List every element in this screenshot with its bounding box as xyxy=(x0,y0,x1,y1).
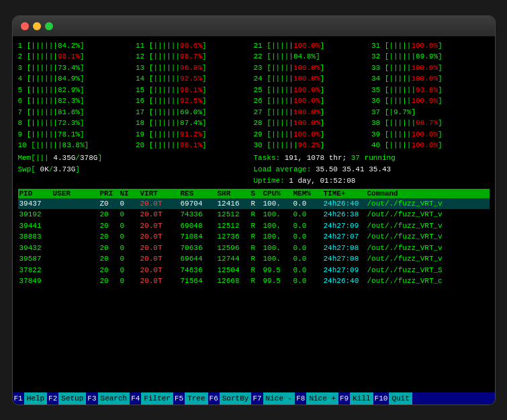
table-row[interactable]: 39441 20 0 20.0T 69048 12512 R 100. 0.0 … xyxy=(18,220,490,232)
col-res: 71084 xyxy=(181,231,218,243)
mem-line: Mem[||| 4.35G/378G] xyxy=(18,153,254,164)
terminal-window: 1 [||||||84.2%]11 [||||||90.6%]21 [|||||… xyxy=(12,15,496,405)
cpu-item: 29 [|||||100.0%] xyxy=(254,129,372,140)
statusbar-item[interactable]: F9Kill xyxy=(338,392,373,405)
col-pid: 39432 xyxy=(19,243,53,254)
minimize-button[interactable] xyxy=(33,22,41,30)
statusbar: F1HelpF2SetupF3SearchF4FilterF5TreeF6Sor… xyxy=(13,392,495,405)
col-shr: 12744 xyxy=(218,253,251,265)
col-user xyxy=(53,276,100,287)
statusbar-item[interactable]: F10Quit xyxy=(373,392,412,405)
col-time: 24h26:40 xyxy=(324,276,367,287)
stats-section: Tasks: 191, 1078 thr; 37 running Load av… xyxy=(254,153,490,187)
col-shr: 12668 xyxy=(218,276,251,287)
sb-val: Tree xyxy=(185,392,208,405)
col-ni: 0 xyxy=(120,253,140,265)
col-mem: 0.0 xyxy=(293,265,324,276)
col-s: R xyxy=(251,276,263,287)
col-s: R xyxy=(251,198,263,210)
col-cpu: 100. xyxy=(263,253,293,265)
cpu-item: 3 [||||||73.4%] xyxy=(18,62,136,74)
titlebar xyxy=(13,16,495,36)
col-ni: 0 xyxy=(120,209,140,220)
col-mem: 0.0 xyxy=(293,209,324,220)
cpu-item: 22 [|||||84.8%] xyxy=(254,51,372,62)
maximize-button[interactable] xyxy=(45,22,53,30)
cpu-item: 21 [|||||100.0%] xyxy=(254,40,372,52)
col-header-s: S xyxy=(251,190,263,198)
statusbar-item[interactable]: F1Help xyxy=(13,392,48,405)
statusbar-item[interactable]: F6SortBy xyxy=(208,392,252,405)
col-virt: 20.0T xyxy=(140,243,181,254)
sb-key: F5 xyxy=(173,394,185,403)
close-button[interactable] xyxy=(21,22,29,30)
col-cpu: 99.5 xyxy=(263,276,293,287)
cpu-item: 16 [||||||92.5%] xyxy=(136,95,254,107)
sb-val: Search xyxy=(98,392,130,405)
col-mem: 0.0 xyxy=(293,231,324,243)
mem-label: Mem xyxy=(18,154,32,162)
statusbar-item[interactable]: F7Nice - xyxy=(251,392,295,405)
statusbar-item[interactable]: F2Setup xyxy=(47,392,86,405)
col-pid: 39437 xyxy=(19,198,53,210)
cpu-item: 39 [|||||100.0%] xyxy=(371,129,490,140)
col-cpu: 100. xyxy=(263,220,293,232)
col-cmd: /out/./fuzz_VRT_v xyxy=(367,243,488,254)
tasks-line: Tasks: 191, 1078 thr; 37 running xyxy=(254,153,490,164)
col-header-mem: MEM% xyxy=(293,190,324,198)
col-shr: 12596 xyxy=(218,243,251,254)
traffic-lights xyxy=(21,22,53,30)
col-pri: 20 xyxy=(100,243,120,254)
table-row[interactable]: 37822 20 0 20.0T 74636 12504 R 99.5 0.0 … xyxy=(18,265,490,276)
col-s: R xyxy=(251,220,263,232)
cpu-item: 19 [||||||91.2%] xyxy=(136,129,254,140)
cpu-item: 37 [|9.7%] xyxy=(371,107,490,118)
cpu-item: 36 [|||||100.0%] xyxy=(371,95,490,107)
statusbar-item[interactable]: F8Nice + xyxy=(295,392,338,405)
table-row[interactable]: 39437 Z0 0 20.0T 69704 12416 R 100. 0.0 … xyxy=(18,198,490,210)
statusbar-item[interactable]: F3Search xyxy=(86,392,130,405)
statusbar-item[interactable]: F5Tree xyxy=(173,392,208,405)
sb-val: SortBy xyxy=(220,392,252,405)
col-ni: 0 xyxy=(120,276,140,287)
table-row[interactable]: 37849 20 0 20.0T 71564 12668 R 99.5 0.0 … xyxy=(18,276,490,287)
cpu-item: 12 [||||||98.7%] xyxy=(136,51,254,62)
col-header-pid: PID xyxy=(19,190,53,198)
table-row[interactable]: 38883 20 0 20.0T 71084 12736 R 100. 0.0 … xyxy=(18,231,490,243)
col-ni: 0 xyxy=(120,198,140,210)
cpu-item: 40 [|||||100.0%] xyxy=(371,140,490,151)
col-user xyxy=(53,231,100,243)
sb-val: Nice - xyxy=(263,392,295,405)
table-row[interactable]: 39432 20 0 20.0T 70636 12596 R 100. 0.0 … xyxy=(18,243,490,254)
col-pri: 20 xyxy=(100,276,120,287)
col-cmd: /out/./fuzz_VRT_v xyxy=(367,253,488,265)
col-cpu: 100. xyxy=(263,231,293,243)
cpu-item: 5 [||||||82.9%] xyxy=(18,85,136,96)
uptime-line: Uptime: 1 day, 01:52:08 xyxy=(254,175,490,187)
col-time: 24h27:09 xyxy=(324,220,367,232)
statusbar-item[interactable]: F4Filter xyxy=(130,392,173,405)
col-res: 69048 xyxy=(181,220,218,232)
col-res: 71564 xyxy=(181,276,218,287)
col-s: R xyxy=(251,231,263,243)
sb-val: Setup xyxy=(58,392,86,405)
col-s: R xyxy=(251,243,263,254)
col-pri: 20 xyxy=(100,253,120,265)
col-cmd: /out/./fuzz_VRT_v xyxy=(367,231,488,243)
col-pid: 37849 xyxy=(19,276,53,287)
col-ni: 0 xyxy=(120,265,140,276)
cpu-item: 15 [||||||98.1%] xyxy=(136,85,254,96)
col-res: 69644 xyxy=(181,253,218,265)
col-shr: 12512 xyxy=(218,209,251,220)
col-virt: 20.0T xyxy=(140,198,181,210)
col-pid: 38883 xyxy=(19,231,53,243)
table-row[interactable]: 39587 20 0 20.0T 69644 12744 R 100. 0.0 … xyxy=(18,253,490,265)
col-virt: 20.0T xyxy=(140,220,181,232)
col-mem: 0.0 xyxy=(293,220,324,232)
cpu-item: 9 [||||||78.1%] xyxy=(18,129,136,140)
col-time: 24h27:08 xyxy=(324,253,367,265)
sb-val: Kill xyxy=(350,392,373,405)
col-header-cpu: CPU% xyxy=(263,190,293,198)
col-time: 24h27:09 xyxy=(324,265,367,276)
table-row[interactable]: 39192 20 0 20.0T 74336 12512 R 100. 0.0 … xyxy=(18,209,490,220)
